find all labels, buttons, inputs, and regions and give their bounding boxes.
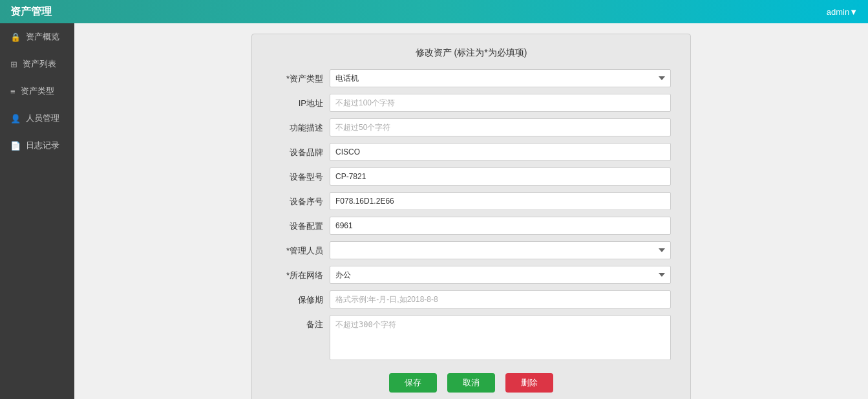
model-label: 设备型号 — [271, 167, 330, 183]
button-row: 保存 取消 删除 — [271, 373, 671, 393]
warranty-label: 保修期 — [271, 290, 330, 306]
app-title: 资产管理 — [10, 5, 52, 19]
ip-label: IP地址 — [271, 94, 330, 109]
config-input[interactable] — [330, 217, 671, 235]
grid-icon: ⊞ — [10, 59, 17, 69]
cancel-button[interactable]: 取消 — [447, 373, 495, 393]
sidebar: 🔒 资产概览 ⊞ 资产列表 ≡ 资产类型 👤 人员管理 📄 日志记录 — [0, 23, 74, 399]
sidebar-item-label-people: 人员管理 — [26, 113, 59, 124]
sidebar-item-log[interactable]: 📄 日志记录 — [0, 132, 74, 159]
serial-input[interactable] — [330, 192, 671, 210]
manager-label: *管理人员 — [271, 241, 330, 257]
func-label: 功能描述 — [271, 118, 330, 134]
sidebar-item-label-log: 日志记录 — [26, 140, 59, 151]
form-row-config: 设备配置 — [271, 217, 671, 235]
network-label: *所在网络 — [271, 266, 330, 281]
sidebar-item-label-list: 资产列表 — [23, 58, 56, 70]
doc-icon: 📄 — [10, 141, 21, 151]
form-row-func: 功能描述 — [271, 118, 671, 136]
main-content: 修改资产 (标注为*为必填项) *资产类型 电话机 IP地址 功能描述 设备品牌 — [74, 23, 868, 399]
config-label: 设备配置 — [271, 217, 330, 232]
sidebar-item-label-overview: 资产概览 — [26, 31, 59, 43]
form-row-model: 设备型号 — [271, 167, 671, 186]
form-row-asset-type: *资产类型 电话机 — [271, 69, 671, 87]
func-input[interactable] — [330, 118, 671, 136]
sidebar-item-overview[interactable]: 🔒 资产概览 — [0, 23, 74, 50]
list-icon: ≡ — [10, 87, 16, 96]
brand-input[interactable] — [330, 143, 671, 161]
user-menu[interactable]: admin▼ — [827, 7, 858, 17]
save-button[interactable]: 保存 — [389, 373, 437, 393]
form-row-notes: 备注 — [271, 315, 671, 360]
form-row-ip: IP地址 — [271, 94, 671, 112]
form-row-serial: 设备序号 — [271, 192, 671, 210]
serial-label: 设备序号 — [271, 192, 330, 208]
lock-icon: 🔒 — [10, 32, 21, 42]
manager-select[interactable] — [330, 241, 671, 259]
sidebar-item-list[interactable]: ⊞ 资产列表 — [0, 50, 74, 78]
top-header: 资产管理 admin▼ — [0, 0, 868, 23]
notes-textarea[interactable] — [330, 315, 671, 360]
brand-label: 设备品牌 — [271, 143, 330, 158]
asset-type-label: *资产类型 — [271, 69, 330, 85]
main-layout: 🔒 资产概览 ⊞ 资产列表 ≡ 资产类型 👤 人员管理 📄 日志记录 修改资产 … — [0, 23, 868, 399]
form-row-network: *所在网络 办公 — [271, 266, 671, 284]
form-card: 修改资产 (标注为*为必填项) *资产类型 电话机 IP地址 功能描述 设备品牌 — [251, 34, 691, 399]
ip-input[interactable] — [330, 94, 671, 112]
network-select[interactable]: 办公 — [330, 266, 671, 284]
warranty-input[interactable] — [330, 290, 671, 308]
sidebar-item-people[interactable]: 👤 人员管理 — [0, 105, 74, 132]
form-row-warranty: 保修期 — [271, 290, 671, 308]
form-row-manager: *管理人员 — [271, 241, 671, 259]
sidebar-item-label-type: 资产类型 — [21, 85, 54, 97]
form-title: 修改资产 (标注为*为必填项) — [271, 47, 671, 59]
model-input[interactable] — [330, 167, 671, 186]
person-icon: 👤 — [10, 114, 21, 124]
sidebar-item-type[interactable]: ≡ 资产类型 — [0, 78, 74, 105]
notes-label: 备注 — [271, 315, 330, 330]
asset-type-select[interactable]: 电话机 — [330, 69, 671, 87]
delete-button[interactable]: 删除 — [505, 373, 553, 393]
form-row-brand: 设备品牌 — [271, 143, 671, 161]
